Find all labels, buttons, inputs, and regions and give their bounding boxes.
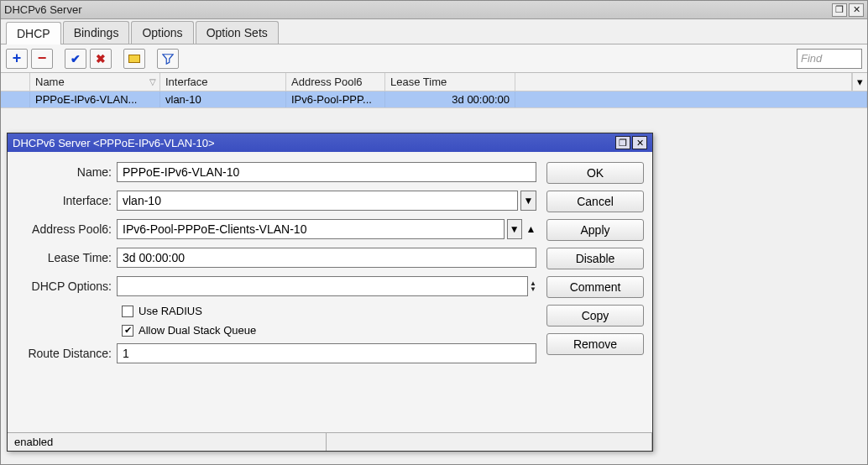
column-name[interactable]: Name▽: [30, 73, 160, 91]
grid-header: Name▽ Interface Address Pool6 Lease Time…: [1, 73, 867, 91]
route-distance-field[interactable]: 1: [117, 343, 536, 363]
column-lease[interactable]: Lease Time: [385, 73, 515, 91]
window-close-button[interactable]: ✕: [849, 3, 864, 17]
enable-button[interactable]: ✔: [65, 49, 86, 69]
toolbar: + − ✔ ✖ Find: [1, 44, 867, 73]
form-column: Name: PPPoE-IPv6-VLAN-10 Interface: vlan…: [16, 162, 536, 432]
comment-button[interactable]: Comment: [546, 276, 644, 298]
lease-field[interactable]: 3d 00:00:00: [117, 248, 536, 268]
status-text: enabled: [8, 433, 327, 451]
interface-dropdown-button[interactable]: ▼: [520, 191, 536, 211]
columns-menu-button[interactable]: ▾: [852, 73, 867, 91]
pool-collapse-button[interactable]: ▲: [526, 223, 536, 235]
dialog-button-column: OK Cancel Apply Disable Comment Copy Rem…: [536, 162, 644, 432]
find-input[interactable]: Find: [797, 49, 862, 69]
dhcp-server-dialog: DHCPv6 Server <PPPoE-IPv6-VLAN-10> ❐ ✕ N…: [7, 133, 653, 452]
comment-icon: [128, 55, 140, 63]
row-lease-cell: 3d 00:00:00: [385, 91, 515, 107]
remove-button[interactable]: −: [31, 49, 53, 69]
name-label: Name:: [16, 165, 117, 179]
comment-button[interactable]: [123, 49, 145, 69]
dual-stack-label: Allow Dual Stack Queue: [139, 324, 256, 337]
pool-label: Address Pool6:: [16, 222, 117, 236]
interface-field[interactable]: vlan-10: [117, 191, 518, 211]
title-bar: DHCPv6 Server ❐ ✕: [1, 1, 867, 19]
cancel-button[interactable]: Cancel: [546, 191, 644, 212]
tab-bindings[interactable]: Bindings: [63, 21, 130, 44]
column-empty: [515, 73, 852, 91]
chevron-down-icon: ▼: [510, 223, 520, 235]
filter-button[interactable]: [157, 49, 179, 69]
window-title: DHCPv6 Server: [4, 3, 830, 16]
copy-button[interactable]: Copy: [546, 305, 644, 327]
tab-options[interactable]: Options: [131, 21, 193, 44]
minus-icon: −: [38, 50, 47, 67]
dialog-status-bar: enabled: [8, 432, 652, 451]
disable-button[interactable]: ✖: [90, 49, 112, 69]
chevron-down-icon: ▼: [530, 286, 536, 292]
ok-button[interactable]: OK: [546, 162, 644, 184]
column-interface[interactable]: Interface: [160, 73, 286, 91]
dhcp-options-spinner[interactable]: ▲▼: [530, 280, 536, 292]
table-row[interactable]: PPPoE-IPv6-VLAN... vlan-10 IPv6-Pool-PPP…: [1, 91, 867, 108]
row-flag-cell: [1, 91, 30, 107]
chevron-down-icon: ▼: [523, 195, 533, 206]
grid-header-spacer: [1, 73, 30, 91]
dhcp-options-field[interactable]: [117, 276, 528, 296]
dual-stack-checkbox[interactable]: ✔: [122, 325, 133, 337]
disable-button[interactable]: Disable: [546, 248, 644, 269]
lease-label: Lease Time:: [16, 251, 117, 264]
interface-label: Interface:: [16, 194, 117, 207]
funnel-icon: [162, 53, 174, 65]
row-pool-cell: IPv6-Pool-PPP...: [286, 91, 385, 107]
row-name-cell: PPPoE-IPv6-VLAN...: [30, 91, 160, 107]
add-button[interactable]: +: [6, 49, 28, 69]
row-interface-cell: vlan-10: [160, 91, 286, 107]
pool-field[interactable]: IPv6-Pool-PPPoE-Clients-VLAN-10: [117, 219, 505, 239]
use-radius-label: Use RADIUS: [139, 305, 202, 317]
sort-indicator-icon: ▽: [149, 77, 156, 86]
tab-option-sets[interactable]: Option Sets: [196, 21, 279, 44]
dialog-restore-button[interactable]: ❐: [615, 136, 630, 149]
route-distance-label: Route Distance:: [16, 347, 117, 360]
dhcp-options-label: DHCP Options:: [16, 280, 117, 293]
column-pool[interactable]: Address Pool6: [286, 73, 385, 91]
tab-bar: DHCP Bindings Options Option Sets: [1, 19, 867, 44]
main-window: DHCPv6 Server ❐ ✕ DHCP Bindings Options …: [0, 0, 868, 465]
check-icon: ✔: [71, 52, 81, 65]
plus-icon: +: [13, 50, 22, 67]
dialog-title-bar: DHCPv6 Server <PPPoE-IPv6-VLAN-10> ❐ ✕: [8, 133, 652, 152]
dialog-title: DHCPv6 Server <PPPoE-IPv6-VLAN-10>: [13, 137, 614, 149]
dialog-close-button[interactable]: ✕: [632, 136, 647, 149]
x-icon: ✖: [96, 52, 106, 65]
remove-button[interactable]: Remove: [546, 333, 644, 355]
use-radius-checkbox[interactable]: [122, 306, 133, 317]
name-field[interactable]: PPPoE-IPv6-VLAN-10: [117, 162, 536, 182]
pool-dropdown-button[interactable]: ▼: [507, 219, 523, 239]
find-placeholder: Find: [801, 52, 822, 65]
apply-button[interactable]: Apply: [546, 219, 644, 241]
window-restore-button[interactable]: ❐: [832, 3, 847, 17]
tab-dhcp[interactable]: DHCP: [6, 22, 61, 44]
